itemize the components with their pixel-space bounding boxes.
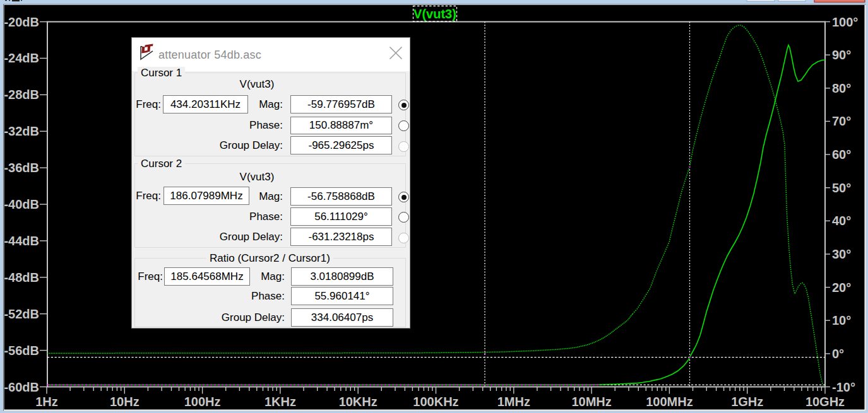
svg-text:-48dB: -48dB [4, 270, 39, 284]
svg-text:0°: 0° [832, 347, 844, 361]
svg-text:10GHz: 10GHz [806, 395, 845, 409]
svg-text:-60dB: -60dB [4, 380, 39, 394]
svg-text:100°: 100° [832, 15, 858, 29]
svg-text:-52dB: -52dB [4, 307, 39, 321]
svg-text:1Hz: 1Hz [35, 395, 58, 409]
svg-text:90°: 90° [832, 48, 851, 62]
svg-text:-36dB: -36dB [4, 161, 39, 175]
svg-text:100MHz: 100MHz [646, 395, 693, 409]
svg-text:V(vut3): V(vut3) [413, 7, 456, 21]
svg-text:-24dB: -24dB [4, 51, 39, 65]
svg-text:10°: 10° [832, 313, 851, 327]
svg-text:10Hz: 10Hz [110, 395, 140, 409]
svg-text:100Hz: 100Hz [184, 395, 221, 409]
svg-text:-10°: -10° [832, 380, 855, 394]
svg-text:1MHz: 1MHz [497, 395, 530, 409]
svg-text:-20dB: -20dB [4, 15, 39, 29]
svg-text:50°: 50° [832, 181, 851, 195]
svg-text:80°: 80° [832, 81, 851, 95]
svg-text:1GHz: 1GHz [731, 395, 763, 409]
svg-text:70°: 70° [832, 114, 851, 128]
svg-text:-28dB: -28dB [4, 88, 39, 102]
svg-text:-32dB: -32dB [4, 124, 39, 138]
svg-text:40°: 40° [832, 214, 851, 228]
svg-text:20°: 20° [832, 281, 851, 294]
svg-text:60°: 60° [832, 148, 851, 161]
svg-text:1KHz: 1KHz [265, 395, 296, 409]
svg-text:100KHz: 100KHz [413, 395, 458, 409]
svg-text:10MHz: 10MHz [571, 395, 611, 409]
svg-text:10KHz: 10KHz [339, 395, 378, 409]
svg-text:-44dB: -44dB [4, 234, 39, 248]
svg-text:-40dB: -40dB [4, 197, 39, 211]
svg-text:30°: 30° [832, 247, 851, 261]
svg-text:-56dB: -56dB [4, 344, 39, 358]
